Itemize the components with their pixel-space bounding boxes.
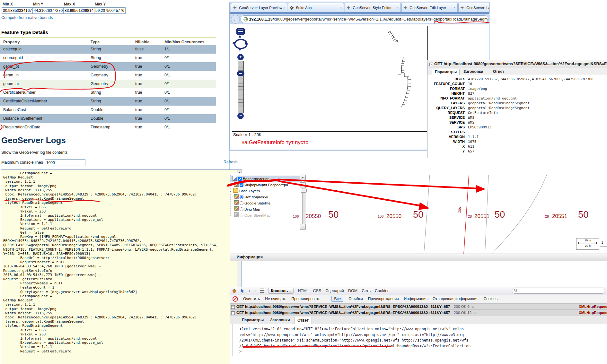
tab-cookies[interactable]: Cookies bbox=[375, 289, 389, 293]
pan-up-icon[interactable]: ▲ bbox=[238, 33, 242, 39]
tab-headers[interactable]: Заголовки bbox=[267, 317, 293, 324]
url-field[interactable]: 192.168.1.134:8080/geoserver/geoportal/w… bbox=[241, 15, 488, 23]
close-icon[interactable]: × bbox=[283, 3, 285, 12]
table-row: geom_ptGeometrytrue0/1 bbox=[0, 62, 216, 71]
map-collapse-button[interactable]: ▼ bbox=[300, 175, 306, 180]
filter-info[interactable]: Информация bbox=[404, 297, 427, 301]
collapse-icon[interactable]: - bbox=[229, 190, 232, 193]
menu-icon[interactable] bbox=[260, 289, 264, 293]
firebug-toolbar: ‹ › Консоль ▼ HTML CSS Сценарий DOM Сеть… bbox=[230, 287, 607, 295]
minx-field[interactable] bbox=[2, 7, 33, 14]
parcel-label: 20550 bbox=[386, 213, 401, 220]
request-title: GET http://localhost:9080/geoserver/wms?… bbox=[434, 62, 607, 66]
inspect-cursor-icon[interactable] bbox=[241, 289, 245, 293]
filter-debug[interactable]: Отладочная информация bbox=[433, 297, 479, 301]
close-icon[interactable]: × bbox=[453, 3, 456, 12]
request-origin[interactable]: XMLHttpRequest bbox=[579, 310, 607, 316]
tab-style-editor[interactable]: GeoServer: Style Editor × bbox=[345, 3, 401, 13]
search-input[interactable] bbox=[512, 288, 605, 294]
nav-prev-icon[interactable]: ‹ bbox=[249, 289, 250, 293]
filter-errors[interactable]: Ошибки bbox=[348, 297, 363, 301]
expand-icon[interactable]: + bbox=[231, 305, 235, 309]
parcel-label: 106 bbox=[378, 214, 383, 218]
logs-subtitle: Show the GeoServer log file contents bbox=[1, 150, 67, 155]
back-icon: ← bbox=[233, 16, 238, 22]
zoom-out-button[interactable]: − bbox=[237, 113, 244, 119]
request-origin[interactable]: XMLHttpRequest bbox=[579, 304, 607, 310]
layer-preview-map[interactable] bbox=[232, 26, 428, 132]
compute-bounds-link[interactable]: Compute from native bounds bbox=[1, 15, 53, 20]
map-zoom-out-button[interactable]: − bbox=[300, 224, 306, 230]
globe-icon bbox=[243, 17, 248, 22]
refresh-link[interactable]: Refresh bbox=[224, 160, 238, 164]
tab-params[interactable]: Параметры bbox=[432, 69, 460, 75]
zoom-slider-handle[interactable] bbox=[237, 71, 244, 76]
persist-button[interactable]: Не очищать bbox=[265, 297, 286, 301]
map-zoom-track[interactable] bbox=[302, 188, 305, 224]
tab-script[interactable]: Сценарий bbox=[325, 289, 344, 293]
network-request-row[interactable]: -GET http://localhost:9080/geoserver/wms… bbox=[230, 309, 607, 316]
collapse-icon[interactable]: - bbox=[231, 311, 235, 315]
base-layer-osm[interactable]: OpenStreetMap bbox=[234, 212, 270, 219]
feature-type-title: Feature Type Details bbox=[1, 30, 48, 35]
base-layer-radio[interactable] bbox=[240, 213, 243, 217]
tab-console[interactable]: Консоль ▼ bbox=[268, 288, 294, 294]
table-row: CertificateNumberStringtrue0/1 bbox=[0, 88, 216, 97]
minus-icon: − bbox=[302, 225, 304, 229]
profile-button[interactable]: Профилировать bbox=[291, 297, 320, 301]
miny-field[interactable] bbox=[32, 7, 64, 14]
pan-down-icon[interactable]: ▼ bbox=[238, 47, 242, 52]
clear-button[interactable]: Очистить bbox=[243, 297, 260, 301]
log-textarea[interactable]: GetMapRequest = GetMap Request version: … bbox=[1, 169, 242, 364]
base-layer-bing[interactable]: Bing Map bbox=[234, 206, 260, 212]
geoserver-icon bbox=[347, 6, 350, 10]
zoom-slider-track[interactable] bbox=[238, 61, 244, 113]
tab-layer-preview[interactable]: GeoServer: Layer Preview × bbox=[231, 3, 287, 13]
filter-cookies[interactable]: Cookies bbox=[484, 297, 497, 301]
tab-net[interactable]: Сеть bbox=[362, 289, 371, 293]
layer-checkbox[interactable] bbox=[238, 177, 242, 181]
map-zoom-in-button[interactable]: + bbox=[300, 182, 306, 188]
tab-headers[interactable]: Заголовки bbox=[461, 69, 486, 75]
tab-dom[interactable]: DOM bbox=[348, 289, 357, 293]
base-layer-google[interactable]: Google Satellite bbox=[234, 200, 270, 206]
map-zoom-handle[interactable] bbox=[301, 189, 307, 193]
layer-item-rosreestr[interactable]: Информация Росреестра bbox=[234, 182, 288, 188]
max-lines-field[interactable] bbox=[45, 159, 85, 166]
tab-params[interactable]: Параметры bbox=[239, 317, 267, 324]
col-type: Type bbox=[91, 40, 100, 44]
tab-response[interactable]: Ответ bbox=[294, 317, 312, 324]
pan-right-icon[interactable]: ▶ bbox=[245, 40, 248, 45]
block-icon[interactable] bbox=[233, 296, 238, 302]
zoom-in-button[interactable]: + bbox=[237, 54, 244, 60]
base-layer-radio[interactable] bbox=[240, 201, 243, 205]
network-request-row[interactable]: +GET http://localhost:9080/geoserver/wms… bbox=[230, 303, 607, 310]
nav-next-icon[interactable]: › bbox=[254, 289, 256, 293]
close-icon[interactable]: × bbox=[397, 3, 399, 12]
filter-warnings[interactable]: Предупреждения bbox=[368, 297, 399, 301]
tab-edit-layer[interactable]: GeoServer: Edit Layer × bbox=[401, 3, 458, 13]
tab-suite-app[interactable]: Suite App × bbox=[288, 3, 344, 13]
info-bar[interactable]: Информация bbox=[230, 254, 607, 261]
tab-response[interactable]: Ответ bbox=[490, 69, 507, 75]
layer-item-drainage[interactable]: Водоотведение bbox=[233, 176, 269, 182]
base-layer-none[interactable]: Нет подложки bbox=[234, 194, 268, 200]
maxy-field[interactable] bbox=[94, 7, 126, 14]
collapse-icon[interactable]: - bbox=[429, 63, 433, 66]
request-title-bar[interactable]: -GET http://localhost:9080/geoserver/wms… bbox=[427, 60, 607, 68]
layer-checkbox[interactable] bbox=[240, 183, 243, 187]
maxx-field[interactable] bbox=[63, 7, 95, 14]
layer-icon bbox=[234, 206, 239, 211]
close-icon[interactable]: × bbox=[340, 3, 342, 12]
tab-geoserver-cut[interactable]: GeoServer: La bbox=[458, 3, 490, 13]
geoserver-icon bbox=[403, 6, 407, 10]
tab-html[interactable]: HTML bbox=[298, 289, 309, 293]
back-button[interactable]: ← bbox=[231, 15, 240, 24]
folder-icon bbox=[233, 188, 238, 193]
base-layer-radio[interactable] bbox=[240, 195, 243, 199]
pan-left-icon[interactable]: ◀ bbox=[232, 40, 235, 45]
filter-all[interactable]: Все bbox=[331, 296, 343, 302]
base-layer-radio[interactable] bbox=[240, 207, 243, 211]
base-layers-folder[interactable]: -Base Layers bbox=[229, 188, 260, 194]
tab-css[interactable]: CSS bbox=[313, 289, 321, 293]
